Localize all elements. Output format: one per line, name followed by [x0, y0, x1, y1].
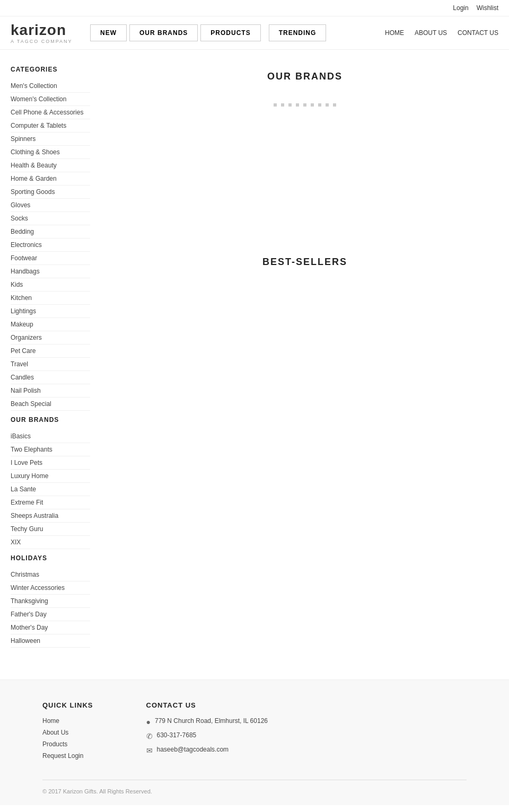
wishlist-link[interactable]: Wishlist — [477, 4, 498, 12]
sidebar-brand-techyguru[interactable]: Techy Guru — [11, 523, 90, 536]
sidebar-item-kitchen[interactable]: Kitchen — [11, 292, 90, 305]
nav-aboutus-link[interactable]: ABOUT US — [415, 29, 447, 37]
sidebar-item-handbags[interactable]: Handbags — [11, 265, 90, 278]
categories-title: CATEGORIES — [11, 66, 90, 73]
sidebar-item-lightings[interactable]: Lightings — [11, 305, 90, 318]
logo-tagline: A TAGCO COMPANY — [11, 39, 90, 44]
sidebar: CATEGORIES Men's Collection Women's Coll… — [11, 60, 101, 648]
footer-content: QUICK LINKS Home About Us Products Reque… — [42, 701, 467, 764]
footer-quicklinks: QUICK LINKS Home About Us Products Reque… — [42, 701, 93, 764]
sidebar-brand-extremefit[interactable]: Extreme Fit — [11, 496, 90, 509]
sidebar-item-electronics[interactable]: Electronics — [11, 239, 90, 252]
sidebar-brand-sheeps[interactable]: Sheeps Australia — [11, 509, 90, 523]
footer-link-requestlogin[interactable]: Request Login — [42, 752, 93, 760]
sidebar-item-makeup[interactable]: Makeup — [11, 318, 90, 331]
brand-dot-5 — [303, 103, 306, 107]
brand-dot-7 — [318, 103, 321, 107]
footer-contact: CONTACT US ● 779 N Church Road, Elmhurst… — [146, 701, 268, 764]
sidebar-item-candles[interactable]: Candles — [11, 371, 90, 384]
sidebar-item-footwear[interactable]: Footwear — [11, 252, 90, 265]
sidebar-brand-twoelephants[interactable]: Two Elephants — [11, 443, 90, 456]
footer-address: ● 779 N Church Road, Elmhurst, IL 60126 — [146, 717, 268, 726]
sidebar-item-computers[interactable]: Computer & Tablets — [11, 119, 90, 133]
sidebar-holiday-thanksgiving[interactable]: Thanksgiving — [11, 595, 90, 608]
sidebar-brand-xix[interactable]: XIX — [11, 536, 90, 549]
sidebar-item-organizers[interactable]: Organizers — [11, 331, 90, 345]
sidebar-item-sporting[interactable]: Sporting Goods — [11, 186, 90, 199]
nav-products-button[interactable]: PRODUCTS — [200, 24, 260, 41]
sidebar-item-nailpolish[interactable]: Nail Polish — [11, 384, 90, 398]
sidebar-brand-ilovepets[interactable]: I Love Pets — [11, 456, 90, 470]
footer-link-home[interactable]: Home — [42, 717, 93, 725]
brand-dot-4 — [296, 103, 299, 107]
sidebar-brand-ibasics[interactable]: iBasics — [11, 430, 90, 443]
logo-text: karizon — [11, 22, 90, 39]
brand-dot-1 — [274, 103, 277, 107]
sidebar-item-gloves[interactable]: Gloves — [11, 199, 90, 212]
footer-contact-title: CONTACT US — [146, 701, 268, 709]
sidebar-item-beachspecial[interactable]: Beach Special — [11, 398, 90, 411]
sidebar-item-cellphone[interactable]: Cell Phone & Accessories — [11, 106, 90, 119]
top-header: Login Wishlist — [0, 0, 509, 16]
main-header: karizon A TAGCO COMPANY NEW OUR BRANDS P… — [0, 16, 509, 50]
page-body: CATEGORIES Men's Collection Women's Coll… — [0, 50, 509, 658]
sidebar-item-kids[interactable]: Kids — [11, 278, 90, 292]
footer-email: ✉ haseeb@tagcodeals.com — [146, 746, 268, 755]
footer-phone-text: 630-317-7685 — [157, 731, 197, 739]
brands-dots — [111, 98, 498, 112]
email-icon: ✉ — [146, 746, 153, 755]
sidebar-brand-luxuryhome[interactable]: Luxury Home — [11, 470, 90, 483]
sidebar-holiday-fathersday[interactable]: Father's Day — [11, 608, 90, 621]
copyright-text: © 2017 Karizon Gifts. All Rights Reserve… — [42, 788, 152, 795]
sidebar-brand-lasante[interactable]: La Sante — [11, 483, 90, 496]
main-content: OUR BRANDS BEST-SELLERS — [101, 60, 498, 648]
brand-dot-3 — [288, 103, 292, 107]
nav-ourbrands-button[interactable]: OUR BRANDS — [129, 24, 198, 41]
nav-contactus-link[interactable]: CONTACT US — [458, 29, 498, 37]
brand-dot-8 — [326, 103, 329, 107]
nav-links: HOME ABOUT US CONTACT US — [385, 29, 498, 37]
sidebar-item-clothing[interactable]: Clothing & Shoes — [11, 146, 90, 159]
sidebar-item-socks[interactable]: Socks — [11, 212, 90, 225]
sidebar-item-spinners[interactable]: Spinners — [11, 133, 90, 146]
sidebar-holiday-winter[interactable]: Winter Accessories — [11, 581, 90, 595]
footer-link-aboutus[interactable]: About Us — [42, 729, 93, 736]
sidebar-item-homegarden[interactable]: Home & Garden — [11, 172, 90, 186]
sidebar-holiday-mothersday[interactable]: Mother's Day — [11, 621, 90, 634]
our-brands-heading: OUR BRANDS — [111, 71, 498, 82]
phone-icon: ✆ — [146, 732, 153, 740]
brand-dot-6 — [311, 103, 314, 107]
footer-phone: ✆ 630-317-7685 — [146, 731, 268, 740]
nav-new-button[interactable]: NEW — [90, 24, 127, 41]
brands-area: OUR BRANDS — [111, 71, 498, 230]
sidebar-holiday-halloween[interactable]: Halloween — [11, 634, 90, 648]
login-link[interactable]: Login — [453, 4, 468, 12]
footer-link-products[interactable]: Products — [42, 740, 93, 748]
best-sellers-area: BEST-SELLERS — [111, 230, 498, 299]
nav-trending-button[interactable]: TRENDING — [269, 24, 327, 41]
footer-quicklinks-title: QUICK LINKS — [42, 701, 93, 709]
sidebar-item-bedding[interactable]: Bedding — [11, 225, 90, 239]
location-icon: ● — [146, 718, 151, 726]
sidebar-item-womens[interactable]: Women's Collection — [11, 93, 90, 106]
footer-bottom: © 2017 Karizon Gifts. All Rights Reserve… — [42, 780, 467, 795]
sidebar-item-petcare[interactable]: Pet Care — [11, 345, 90, 358]
ourbrands-title: OUR BRANDS — [11, 416, 90, 423]
sidebar-holiday-christmas[interactable]: Christmas — [11, 568, 90, 581]
footer-address-text: 779 N Church Road, Elmhurst, IL 60126 — [155, 717, 268, 725]
brand-dot-9 — [333, 103, 336, 107]
sidebar-item-mens[interactable]: Men's Collection — [11, 80, 90, 93]
holidays-title: HOLIDAYS — [11, 554, 90, 562]
brand-dot-2 — [281, 103, 284, 107]
sidebar-item-health[interactable]: Health & Beauty — [11, 159, 90, 172]
footer: QUICK LINKS Home About Us Products Reque… — [0, 679, 509, 805]
best-sellers-heading: BEST-SELLERS — [111, 257, 498, 268]
footer-email-text: haseeb@tagcodeals.com — [157, 746, 229, 753]
sidebar-item-travel[interactable]: Travel — [11, 358, 90, 371]
nav-buttons: NEW OUR BRANDS PRODUCTS TRENDING — [90, 24, 385, 41]
nav-home-link[interactable]: HOME — [385, 29, 404, 37]
logo[interactable]: karizon A TAGCO COMPANY — [11, 22, 90, 44]
